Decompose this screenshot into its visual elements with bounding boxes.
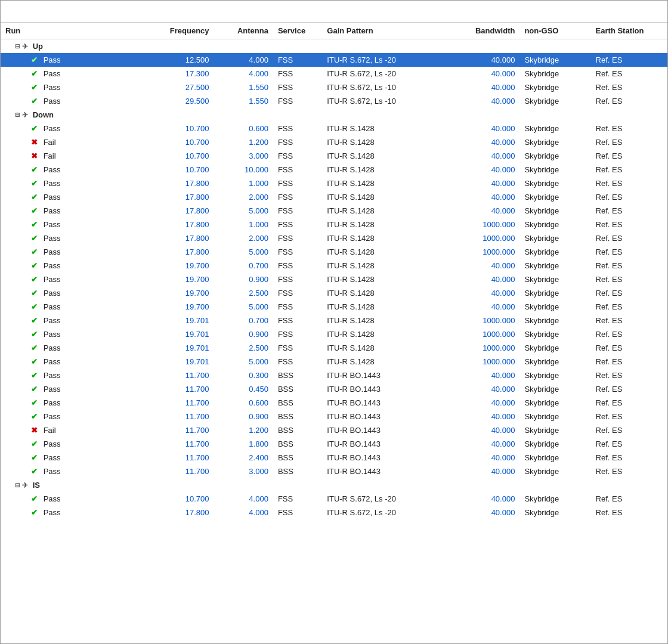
cell-antenna: 0.450 (214, 382, 273, 396)
cell-non-gso: Skybridge (519, 355, 590, 369)
cell-gain-pattern: ITU-R S.672, Ls -20 (322, 506, 449, 519)
cell-earth-station: Ref. ES (591, 437, 667, 451)
table-row[interactable]: ✔ Pass17.8005.000FSSITU-R S.142840.000Sk… (1, 204, 667, 218)
table-row[interactable]: ✖ Fail10.7001.200FSSITU-R S.142840.000Sk… (1, 135, 667, 149)
pass-icon: ✔ (29, 234, 39, 243)
row-label: Pass (44, 69, 61, 78)
cell-earth-station: Ref. ES (591, 300, 667, 314)
cell-bandwidth: 40.000 (449, 190, 519, 204)
cell-antenna: 10.000 (214, 163, 273, 177)
table-row[interactable]: ✔ Pass19.7012.500FSSITU-R S.14281000.000… (1, 341, 667, 355)
expand-icon[interactable]: ⊟ (15, 43, 20, 49)
table-row[interactable]: ✔ Pass10.7004.000FSSITU-R S.672, Ls -204… (1, 492, 667, 506)
group-header-down[interactable]: ⊟ ✈ Down (1, 108, 667, 122)
expand-icon[interactable]: ⊟ (15, 482, 20, 488)
cell-service: FSS (273, 355, 322, 369)
cell-service: FSS (273, 341, 322, 355)
expand-icon[interactable]: ⊟ (15, 112, 20, 118)
table-row[interactable]: ✔ Pass10.70010.000FSSITU-R S.142840.000S… (1, 163, 667, 177)
cell-antenna: 2.400 (214, 451, 273, 465)
table-row[interactable]: ✔ Pass17.8001.000FSSITU-R S.142840.000Sk… (1, 177, 667, 190)
table-row[interactable]: ✔ Pass19.7010.900FSSITU-R S.14281000.000… (1, 327, 667, 341)
cell-antenna: 0.900 (214, 327, 273, 341)
cell-bandwidth: 40.000 (449, 94, 519, 108)
table-row[interactable]: ✔ Pass11.7000.600BSSITU-R BO.144340.000S… (1, 396, 667, 410)
pass-icon: ✔ (29, 508, 39, 517)
table-row[interactable]: ✔ Pass19.7005.000FSSITU-R S.142840.000Sk… (1, 300, 667, 314)
cell-gain-pattern: ITU-R S.1428 (322, 273, 449, 286)
cell-earth-station: Ref. ES (591, 204, 667, 218)
table-row[interactable]: ✔ Pass10.7000.600FSSITU-R S.142840.000Sk… (1, 122, 667, 135)
cell-bandwidth: 1000.000 (449, 218, 519, 231)
cell-non-gso: Skybridge (519, 67, 590, 80)
cell-non-gso: Skybridge (519, 163, 590, 177)
cell-frequency: 19.701 (143, 341, 214, 355)
cell-service: FSS (273, 149, 322, 163)
row-label: Pass (44, 193, 61, 202)
group-header-up[interactable]: ⊟ ✈ Up (1, 39, 667, 54)
cell-frequency: 19.700 (143, 300, 214, 314)
table-row[interactable]: ✔ Pass17.3004.000FSSITU-R S.672, Ls -204… (1, 67, 667, 80)
table-row[interactable]: ✔ Pass11.7001.800BSSITU-R BO.144340.000S… (1, 437, 667, 451)
group-header-is[interactable]: ⊟ ✈ IS (1, 478, 667, 492)
row-label: Pass (44, 508, 61, 517)
cell-frequency: 19.700 (143, 259, 214, 273)
table-row[interactable]: ✔ Pass19.7000.700FSSITU-R S.142840.000Sk… (1, 259, 667, 273)
table-row[interactable]: ✔ Pass17.8002.000FSSITU-R S.142840.000Sk… (1, 190, 667, 204)
cell-service: FSS (273, 94, 322, 108)
column-header-row: Run Frequency Antenna Service Gain Patte… (1, 23, 667, 39)
cell-non-gso: Skybridge (519, 177, 590, 190)
cell-antenna: 2.500 (214, 341, 273, 355)
cell-non-gso: Skybridge (519, 410, 590, 423)
table-row[interactable]: ✔ Pass19.7002.500FSSITU-R S.142840.000Sk… (1, 286, 667, 300)
col-non-gso: non-GSO (519, 23, 590, 39)
cell-earth-station: Ref. ES (591, 273, 667, 286)
cell-antenna: 1.800 (214, 437, 273, 451)
table-row[interactable]: ✔ Pass17.8005.000FSSITU-R S.14281000.000… (1, 245, 667, 259)
table-row[interactable]: ✔ Pass11.7000.900BSSITU-R BO.144340.000S… (1, 410, 667, 423)
table-row[interactable]: ✔ Pass19.7000.900FSSITU-R S.142840.000Sk… (1, 273, 667, 286)
cell-gain-pattern: ITU-R S.1428 (322, 218, 449, 231)
table-row[interactable]: ✖ Fail11.7001.200BSSITU-R BO.144340.000S… (1, 423, 667, 437)
table-row[interactable]: ✔ Pass29.5001.550FSSITU-R S.672, Ls -104… (1, 94, 667, 108)
cell-earth-station: Ref. ES (591, 231, 667, 245)
table-row[interactable]: ✔ Pass11.7000.450BSSITU-R BO.144340.000S… (1, 382, 667, 396)
row-label: Pass (44, 165, 61, 174)
pass-icon: ✔ (29, 261, 39, 270)
cell-earth-station: Ref. ES (591, 341, 667, 355)
cell-gain-pattern: ITU-R S.1428 (322, 177, 449, 190)
satellite-icon: ✈ (22, 481, 28, 490)
cell-gain-pattern: ITU-R S.1428 (322, 355, 449, 369)
close-button[interactable] (648, 5, 660, 17)
cell-non-gso: Skybridge (519, 314, 590, 327)
table-row[interactable]: ✔ Pass17.8004.000FSSITU-R S.672, Ls -204… (1, 506, 667, 519)
cell-earth-station: Ref. ES (591, 245, 667, 259)
cell-antenna: 0.600 (214, 122, 273, 135)
table-row[interactable]: ✔ Pass11.7000.300BSSITU-R BO.144340.000S… (1, 369, 667, 382)
cell-antenna: 2.000 (214, 231, 273, 245)
cell-service: FSS (273, 204, 322, 218)
cell-frequency: 11.700 (143, 369, 214, 382)
cell-frequency: 11.700 (143, 396, 214, 410)
cell-bandwidth: 40.000 (449, 67, 519, 80)
cell-service: FSS (273, 135, 322, 149)
table-row[interactable]: ✖ Fail10.7003.000FSSITU-R S.142840.000Sk… (1, 149, 667, 163)
table-row[interactable]: ✔ Pass17.8002.000FSSITU-R S.14281000.000… (1, 231, 667, 245)
cell-frequency: 10.700 (143, 163, 214, 177)
table-row[interactable]: ✔ Pass27.5001.550FSSITU-R S.672, Ls -104… (1, 80, 667, 94)
cell-frequency: 19.701 (143, 327, 214, 341)
table-row[interactable]: ✔ Pass11.7003.000BSSITU-R BO.144340.000S… (1, 465, 667, 478)
cell-non-gso: Skybridge (519, 341, 590, 355)
col-run: Run (1, 23, 143, 39)
table-container: Run Frequency Antenna Service Gain Patte… (1, 23, 667, 637)
cell-gain-pattern: ITU-R S.1428 (322, 327, 449, 341)
table-row[interactable]: ✔ Pass17.8001.000FSSITU-R S.14281000.000… (1, 218, 667, 231)
table-row[interactable]: ✔ Pass19.7010.700FSSITU-R S.14281000.000… (1, 314, 667, 327)
cell-bandwidth: 40.000 (449, 149, 519, 163)
table-row[interactable]: ✔ Pass11.7002.400BSSITU-R BO.144340.000S… (1, 451, 667, 465)
cell-earth-station: Ref. ES (591, 314, 667, 327)
table-row[interactable]: ✔ Pass19.7015.000FSSITU-R S.14281000.000… (1, 355, 667, 369)
row-label: Pass (44, 412, 61, 421)
table-row[interactable]: ✔ Pass12.5004.000FSSITU-R S.672, Ls -204… (1, 53, 667, 67)
cell-frequency: 17.800 (143, 204, 214, 218)
